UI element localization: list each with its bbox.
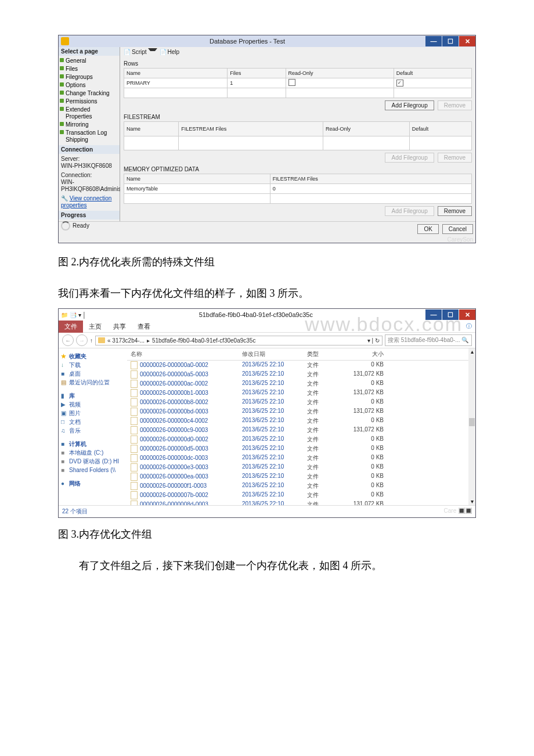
view-connection-link[interactable]: View connection properties <box>61 195 111 208</box>
list-item[interactable]: 00000026-0000008d-00032013/6/25 22:10文件1… <box>127 500 475 505</box>
tree-cdrive: 本地磁盘 (C:) <box>61 448 125 457</box>
list-item[interactable]: 00000026-000000b1-00032013/6/25 22:10文件1… <box>127 388 475 398</box>
server-label: Server: <box>61 156 117 163</box>
connection-header: Connection <box>59 145 120 154</box>
list-item[interactable]: 00000026-000000d5-00032013/6/25 22:10文件0… <box>127 444 475 453</box>
page-mirroring[interactable]: Mirroring <box>60 121 118 129</box>
maximise-button[interactable]: ☐ <box>442 36 459 46</box>
add-filegroup-button-mem: Add Filegroup <box>385 206 434 216</box>
readonly-checkbox[interactable] <box>288 79 295 86</box>
list-item[interactable]: 00000026-000000b8-00022013/6/25 22:10文件0… <box>127 398 475 407</box>
window-title: Database Properties - Test <box>69 38 425 45</box>
explorer-window: 📁 📑 ▾ │ 51bdfa6e-f9b0-4ba0-91ef-cf30e0a9… <box>58 308 476 518</box>
tab-view[interactable]: 查看 <box>132 321 156 333</box>
rows-label: Rows <box>124 60 472 67</box>
remove-button-mem[interactable]: Remove <box>438 206 472 216</box>
tree-recent: 最近访问的位置 <box>61 378 125 387</box>
page-files[interactable]: Files <box>60 65 118 73</box>
list-item[interactable]: 00000026-000000c9-00032013/6/25 22:10文件1… <box>127 426 475 435</box>
app-icon <box>61 37 69 45</box>
list-item[interactable]: 00000026-000000a0-00022013/6/25 22:10文件0… <box>127 361 475 370</box>
tree-desktop: 桌面 <box>61 369 125 378</box>
status-count: 22 个项目 <box>62 507 88 516</box>
watermark-small: CareySon <box>59 236 475 243</box>
list-item[interactable]: 00000026-000000dc-00032013/6/25 22:10文件0… <box>127 453 475 463</box>
scrollbar[interactable]: ▴ ▾ <box>468 348 475 505</box>
col-type: 类型 <box>304 348 334 360</box>
list-item[interactable]: 00000026-000000ea-00032013/6/25 22:10文件0… <box>127 472 475 481</box>
page-change-tracking[interactable]: Change Tracking <box>60 89 118 98</box>
page-permissions[interactable]: Permissions <box>60 98 118 106</box>
rows-grid[interactable]: NameFilesRead-OnlyDefault PRIMARY 1 ✓ <box>124 68 472 98</box>
minimise-button[interactable]: — <box>425 36 442 46</box>
tree-doc: 文档 <box>61 417 125 426</box>
select-page-header: Select a page <box>59 47 120 56</box>
tab-file[interactable]: 文件 <box>59 321 83 333</box>
nav-tree[interactable]: 收藏夹 下载 桌面 最近访问的位置 库 视频 图片 文档 音乐 计算机 本地磁盘… <box>59 348 127 505</box>
connection-label: Connection: <box>61 172 117 179</box>
script-button[interactable]: 📄 Script <box>124 48 157 56</box>
connection-value: WIN-PH3IKQF8608\Administrat <box>61 179 117 193</box>
filestream-label: FILESTREAM <box>124 114 472 120</box>
search-input[interactable]: 搜索 51bdfa6e-f9b0-4ba0-... 🔍 <box>385 334 472 346</box>
tree-video: 视频 <box>61 400 125 409</box>
add-filegroup-button-fs: Add Filegroup <box>385 153 434 163</box>
memory-grid[interactable]: NameFILESTREAM Files MemoryTable 0 <box>124 174 472 204</box>
remove-button-rows: Remove <box>438 100 472 110</box>
database-properties-window: Database Properties - Test — ☐ ✕ Select … <box>58 35 476 243</box>
back-button[interactable]: ← <box>62 334 74 346</box>
forward-button: → <box>76 334 88 346</box>
figure3-caption: 图 3.内存优化文件组 <box>58 527 476 541</box>
close-button[interactable]: ✕ <box>459 36 475 46</box>
list-item[interactable]: 00000026-000000d0-00022013/6/25 22:10文件0… <box>127 435 475 444</box>
figure2-caption: 图 2.内存优化表所需的特殊文件组 <box>58 255 476 269</box>
list-item[interactable]: 00000026-000000ac-00022013/6/25 22:10文件0… <box>127 379 475 388</box>
ok-button[interactable]: OK <box>417 224 438 234</box>
col-name: 名称 <box>127 348 239 360</box>
add-filegroup-button-rows[interactable]: Add Filegroup <box>385 100 434 110</box>
tree-network: 网络 <box>61 479 125 488</box>
server-value: WIN-PH3IKQF8608 <box>61 163 117 170</box>
cancel-button[interactable]: Cancel <box>442 224 473 234</box>
watermark: www.bdocx.com <box>305 313 463 336</box>
table-row: PRIMARY 1 ✓ <box>124 78 472 88</box>
paragraph-1: 我们再来看一下内存优化文件组的样子，如图 3 所示。 <box>58 286 476 300</box>
folder-icon <box>98 337 105 343</box>
tree-downloads: 下载 <box>61 361 125 369</box>
tree-music: 音乐 <box>61 426 125 435</box>
progress-header: Progress <box>59 211 120 219</box>
tab-home[interactable]: 主页 <box>83 321 107 333</box>
page-options[interactable]: Options <box>60 81 118 89</box>
remove-button-fs: Remove <box>438 153 472 163</box>
tree-lib: 库 <box>61 391 125 400</box>
filestream-grid[interactable]: NameFILESTREAM FilesRead-OnlyDefault <box>124 121 472 150</box>
page-general[interactable]: General <box>60 57 118 65</box>
list-item[interactable]: 00000026-000000c4-00022013/6/25 22:10文件0… <box>127 416 475 426</box>
page-list: General Files Filegroups Options Change … <box>59 56 120 145</box>
page-filegroups[interactable]: Filegroups <box>60 73 118 81</box>
list-item[interactable]: 00000026-000000a5-00032013/6/25 22:10文件1… <box>127 370 475 379</box>
tree-sharedfolders: Shared Folders (\\ <box>61 466 125 474</box>
list-item[interactable]: 00000026-000000e3-00032013/6/25 22:10文件0… <box>127 463 475 472</box>
tree-pic: 图片 <box>61 409 125 417</box>
scroll-thumb[interactable] <box>469 418 475 426</box>
tree-fav: 收藏夹 <box>61 352 125 361</box>
tab-share[interactable]: 共享 <box>107 321 132 333</box>
default-checkbox[interactable]: ✓ <box>396 80 403 87</box>
spinner-icon <box>61 221 70 231</box>
col-date: 修改日期 <box>239 348 304 360</box>
list-item[interactable]: 00000026-0000007b-00022013/6/25 22:10文件0… <box>127 491 475 500</box>
help-button[interactable]: 📄 Help <box>160 49 180 55</box>
memory-label: MEMORY OPTIMIZED DATA <box>124 166 472 172</box>
page-extended-properties[interactable]: Extended Properties <box>60 106 118 121</box>
file-list[interactable]: 名称 修改日期 类型 大小 00000026-000000a0-00022013… <box>127 348 475 505</box>
col-size: 大小 <box>334 348 387 360</box>
table-row: MemoryTable 0 <box>124 184 472 194</box>
watermark-small-2: Care 🔳🔳 <box>444 507 472 516</box>
tree-dvd: DVD 驱动器 (D:) HI <box>61 457 125 466</box>
address-bar[interactable]: « 3173c2b4-...▸ 51bdfa6e-f9b0-4ba0-91ef-… <box>95 336 383 345</box>
page-log-shipping[interactable]: Transaction Log Shipping <box>60 129 118 144</box>
up-button[interactable]: ↑ <box>90 337 93 344</box>
list-item[interactable]: 00000026-000000f1-00032013/6/25 22:10文件0… <box>127 481 475 491</box>
list-item[interactable]: 00000026-000000bd-00032013/6/25 22:10文件1… <box>127 407 475 416</box>
